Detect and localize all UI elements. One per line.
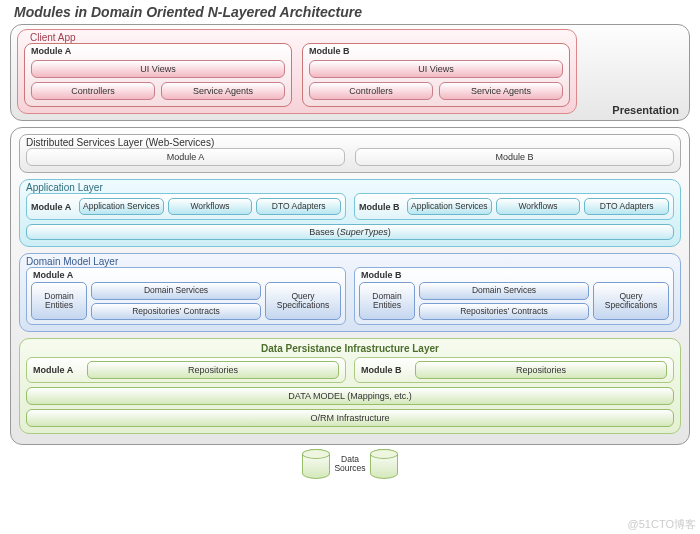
- service-agents-box: Service Agents: [161, 82, 285, 100]
- app-module-b: Module B Application Services Workflows …: [354, 193, 674, 220]
- workflows-box: Workflows: [496, 198, 581, 215]
- watermark: @51CTO博客: [628, 517, 696, 532]
- client-app-box: Client App Module A UI Views Controllers…: [17, 29, 577, 114]
- module-b-label: Module B: [309, 46, 563, 56]
- dist-module-a: Module A: [26, 148, 345, 166]
- database-icon: [302, 449, 330, 479]
- persistence-title: Data Persistance Infrastructure Layer: [26, 343, 674, 354]
- data-model-box: DATA MODEL (Mappings, etc.): [26, 387, 674, 405]
- domain-model-layer: Domain Model Layer Module A Domain Entit…: [19, 253, 681, 332]
- domain-services-box: Domain Services: [419, 282, 589, 299]
- persist-module-b: Module B Repositories: [354, 357, 674, 383]
- presentation-module-a: Module A UI Views Controllers Service Ag…: [24, 43, 292, 107]
- query-specs-box: Query Specifications: [593, 282, 669, 320]
- client-app-label: Client App: [24, 32, 570, 43]
- dto-adapters-box: DTO Adapters: [256, 198, 341, 215]
- application-title: Application Layer: [26, 182, 674, 193]
- query-specs-box: Query Specifications: [265, 282, 341, 320]
- controllers-box: Controllers: [309, 82, 433, 100]
- module-label: Module A: [33, 270, 73, 280]
- bases-em: SuperTypes: [340, 227, 388, 237]
- ui-views-box: UI Views: [31, 60, 285, 78]
- module-a-label: Module A: [31, 46, 285, 56]
- orm-box: O/RM Infrastructure: [26, 409, 674, 427]
- app-services-box: Application Services: [407, 198, 492, 215]
- diagram-title: Modules in Domain Oriented N-Layered Arc…: [0, 0, 700, 22]
- app-services-box: Application Services: [79, 198, 164, 215]
- module-label: Module B: [361, 270, 402, 280]
- repositories-contracts-box: Repositories' Contracts: [91, 303, 261, 320]
- presentation-module-b: Module B UI Views Controllers Service Ag…: [302, 43, 570, 107]
- repositories-contracts-box: Repositories' Contracts: [419, 303, 589, 320]
- repositories-box: Repositories: [87, 361, 339, 379]
- presentation-panel: Client App Module A UI Views Controllers…: [10, 24, 690, 121]
- application-layer: Application Layer Module A Application S…: [19, 179, 681, 247]
- presentation-layer-label: Presentation: [612, 104, 679, 116]
- domain-module-b: Module B Domain Entities Domain Services…: [354, 267, 674, 325]
- workflows-box: Workflows: [168, 198, 253, 215]
- controllers-box: Controllers: [31, 82, 155, 100]
- database-icon: [370, 449, 398, 479]
- distributed-title: Distributed Services Layer (Web-Services…: [26, 137, 674, 148]
- bases-box: Bases (SuperTypes): [26, 224, 674, 240]
- persist-module-a: Module A Repositories: [26, 357, 346, 383]
- bases-prefix: Bases (: [309, 227, 340, 237]
- bases-suffix: ): [388, 227, 391, 237]
- module-label: Module A: [31, 202, 75, 212]
- repositories-box: Repositories: [415, 361, 667, 379]
- persistence-layer: Data Persistance Infrastructure Layer Mo…: [19, 338, 681, 434]
- app-module-a: Module A Application Services Workflows …: [26, 193, 346, 220]
- module-label: Module B: [359, 202, 403, 212]
- data-sources: Data Sources: [0, 449, 700, 479]
- module-label: Module A: [33, 365, 81, 375]
- data-sources-label: Data Sources: [332, 455, 368, 474]
- domain-services-box: Domain Services: [91, 282, 261, 299]
- dto-adapters-box: DTO Adapters: [584, 198, 669, 215]
- module-label: Module B: [361, 365, 409, 375]
- domain-entities-box: Domain Entities: [359, 282, 415, 320]
- domain-title: Domain Model Layer: [26, 256, 674, 267]
- server-panel: Distributed Services Layer (Web-Services…: [10, 127, 690, 445]
- dist-module-b: Module B: [355, 148, 674, 166]
- service-agents-box: Service Agents: [439, 82, 563, 100]
- domain-entities-box: Domain Entities: [31, 282, 87, 320]
- domain-module-a: Module A Domain Entities Domain Services…: [26, 267, 346, 325]
- ui-views-box: UI Views: [309, 60, 563, 78]
- distributed-services-layer: Distributed Services Layer (Web-Services…: [19, 134, 681, 173]
